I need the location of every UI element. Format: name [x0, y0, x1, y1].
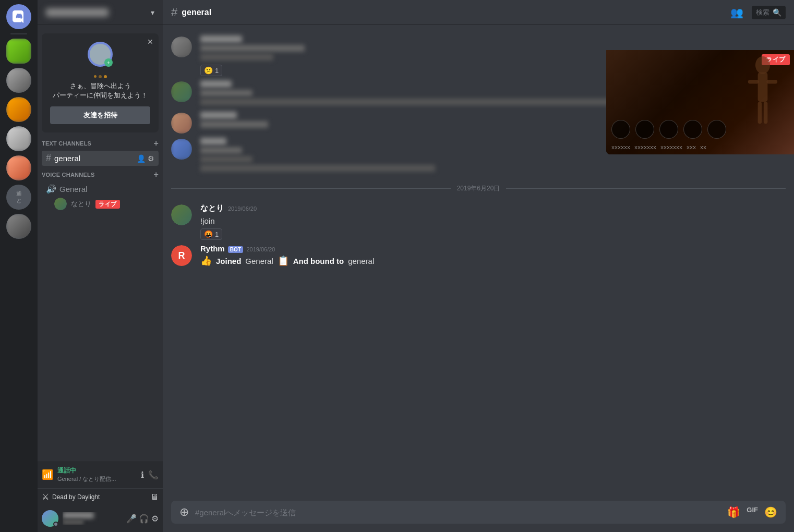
- video-icon-row: [611, 120, 726, 139]
- user-status-icon: [53, 522, 58, 527]
- msg3-line-1: [200, 121, 268, 128]
- bot-embed: 👍 Joined General 📋 And bound to general: [200, 255, 786, 267]
- text-channels-header[interactable]: TEXT CHANNELS +: [38, 137, 163, 150]
- game-name: Dead by Daylight: [52, 493, 100, 501]
- phone-icon[interactable]: 📞: [148, 470, 159, 480]
- voice-user-natori[interactable]: なとり ライブ: [38, 197, 163, 211]
- server-header[interactable]: ▾: [38, 0, 163, 25]
- author-blurred-3: [200, 112, 237, 119]
- embed-bold-1: Joined: [216, 257, 241, 265]
- search-box[interactable]: 検索 🔍: [752, 6, 786, 19]
- invite-button[interactable]: 友達を招待: [50, 106, 150, 124]
- reaction-count-1: 1: [215, 67, 219, 75]
- msg4-line-1: [200, 147, 242, 154]
- msg-line-1: [200, 45, 305, 52]
- avatar-rythm: R: [171, 245, 192, 266]
- add-member-icon[interactable]: 👥: [730, 6, 743, 19]
- hash-icon: #: [46, 153, 51, 164]
- sidebar-bottom: 📶 通話中 General / なとり配信... ℹ 📞 ⚔ Dead by D…: [38, 462, 163, 532]
- server-separator: [10, 33, 27, 34]
- date-text: 2019年6月20日: [457, 184, 500, 193]
- screen-share-icon[interactable]: 🖥: [150, 492, 159, 502]
- author-natori: なとり: [200, 203, 224, 213]
- signal-icon: 📶: [42, 469, 53, 480]
- svg-rect-3: [767, 80, 778, 84]
- text-channels-label: TEXT CHANNELS: [42, 140, 91, 147]
- close-icon[interactable]: ✕: [147, 38, 153, 46]
- server-icon-1[interactable]: [6, 39, 31, 64]
- channel-item-general[interactable]: # general 👤 ⚙: [42, 151, 159, 166]
- video-preview[interactable]: ライブ XXXXXX: [606, 50, 794, 154]
- gif-icon[interactable]: GIF: [747, 506, 758, 518]
- message-input[interactable]: [195, 508, 721, 517]
- invite-dots: [50, 75, 150, 78]
- creature-silhouette: [742, 55, 784, 134]
- reaction-emoji-natori: 🤬: [204, 230, 213, 238]
- status-connected: 通話中: [57, 466, 116, 475]
- channel-list: ✕ + さぁ、冒険へ出よう パーティーに仲間を加えよう！ 友達を招待 TEXT …: [38, 25, 163, 462]
- msg4-line-2: [200, 156, 252, 163]
- status-actions: ℹ 📞: [141, 470, 159, 480]
- add-user-icon[interactable]: 👤: [137, 154, 146, 163]
- mic-icon[interactable]: 🎤: [126, 514, 137, 524]
- game-icon: ⚔: [42, 492, 49, 502]
- add-attachment-icon[interactable]: ⊕: [179, 505, 189, 519]
- discord-home-button[interactable]: [6, 4, 31, 29]
- svg-rect-5: [764, 102, 768, 124]
- channel-header-name: general: [182, 8, 211, 17]
- invite-avatar: +: [88, 42, 113, 67]
- voice-user-name: なとり: [71, 199, 91, 209]
- message-content-natori: なとり 2019/06/20 !join 🤬 1: [200, 203, 786, 240]
- reaction-1[interactable]: 😕 1: [200, 65, 222, 76]
- message-rythm: R Rythm BOT 2019/06/20 👍 Joined General …: [163, 242, 794, 269]
- server-icon-7[interactable]: [6, 214, 31, 239]
- channel-name-general: general: [54, 154, 134, 163]
- server-icon-4[interactable]: [6, 126, 31, 151]
- rythm-avatar-img: R: [171, 245, 192, 266]
- voice-channels-label: VOICE CHANNELS: [42, 172, 94, 178]
- headphone-icon[interactable]: 🎧: [139, 514, 149, 524]
- msg2-line-2: [200, 99, 618, 105]
- invite-card: ✕ + さぁ、冒険へ出よう パーティーに仲間を加えよう！ 友達を招待: [42, 33, 159, 132]
- channel-header: # general 👥 検索 🔍: [163, 0, 794, 25]
- divider-line-left: [171, 188, 451, 189]
- avatar-1: [171, 37, 192, 57]
- bot-badge: BOT: [228, 246, 244, 253]
- embed-text-1: General: [245, 257, 273, 265]
- voice-channels-header[interactable]: VOICE CHANNELS +: [38, 168, 163, 182]
- reaction-natori[interactable]: 🤬 1: [200, 228, 222, 240]
- server-icon-2[interactable]: [6, 68, 31, 93]
- server-icon-5[interactable]: [6, 155, 31, 180]
- settings-icon[interactable]: ⚙: [148, 154, 154, 163]
- invite-text: さぁ、冒険へ出よう パーティーに仲間を加えよう！: [50, 81, 150, 100]
- svg-rect-1: [758, 72, 768, 102]
- server-icon-6[interactable]: 通と: [6, 185, 31, 210]
- msg2-line-1: [200, 90, 252, 96]
- header-actions: 👥 検索 🔍: [730, 6, 786, 19]
- search-placeholder: 検索: [756, 8, 769, 17]
- author-blurred-1: [200, 35, 242, 43]
- embed-emoji-1: 👍: [200, 255, 212, 267]
- channel-hash-icon: #: [171, 6, 177, 19]
- gift-icon[interactable]: 🎁: [727, 506, 740, 518]
- add-text-channel-icon[interactable]: +: [153, 139, 159, 148]
- svg-rect-2: [748, 80, 759, 84]
- info-icon[interactable]: ℹ: [141, 470, 144, 480]
- embed-bold-2: And bound to: [293, 257, 344, 265]
- reaction-count-natori: 1: [215, 231, 219, 238]
- user-tag-blurred: [63, 519, 83, 525]
- settings-icon[interactable]: ⚙: [151, 514, 159, 524]
- activity-bar: ⚔ Dead by Daylight 🖥: [38, 488, 163, 505]
- server-name: [46, 8, 109, 17]
- author-rythm: Rythm: [200, 244, 225, 253]
- add-voice-channel-icon[interactable]: +: [153, 170, 159, 179]
- live-badge: ライブ: [95, 200, 120, 209]
- embed-emoji-2: 📋: [278, 255, 289, 267]
- server-icon-3[interactable]: [6, 97, 31, 122]
- emoji-icon[interactable]: 😊: [764, 506, 777, 518]
- user-info: [63, 512, 122, 525]
- avatar-natori: [171, 204, 192, 225]
- voice-channel-general[interactable]: 🔊 General: [42, 182, 159, 196]
- user-area: 🎤 🎧 ⚙: [38, 505, 163, 532]
- avatar-2: [171, 81, 192, 102]
